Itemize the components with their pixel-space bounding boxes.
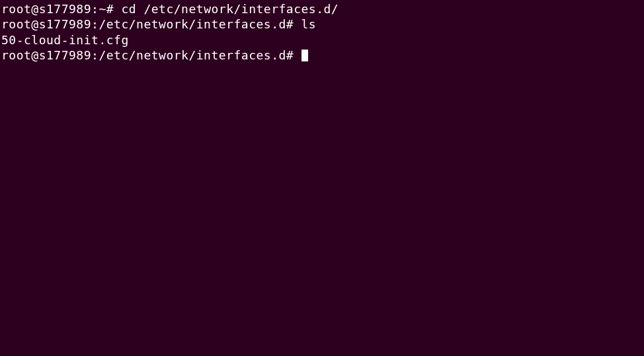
terminal-window[interactable]: root@s177989:~# cd /etc/network/interfac… xyxy=(0,0,644,65)
terminal-line: root@s177989:/etc/network/interfaces.d# xyxy=(1,48,643,63)
terminal-output-line: 50-cloud-init.cfg xyxy=(1,32,643,48)
prompt-symbol: # xyxy=(286,17,294,31)
prompt-separator: : xyxy=(91,48,99,62)
terminal-line: root@s177989:~# cd /etc/network/interfac… xyxy=(1,1,643,17)
terminal-line: root@s177989:/etc/network/interfaces.d# … xyxy=(1,17,643,32)
prompt-separator: : xyxy=(91,2,99,16)
prompt-path: /etc/network/interfaces.d xyxy=(99,17,286,31)
prompt-path: ~ xyxy=(99,2,106,16)
prompt-separator: : xyxy=(91,17,99,31)
cursor-icon xyxy=(302,50,308,61)
prompt-symbol: # xyxy=(286,48,294,62)
prompt-symbol: # xyxy=(106,2,114,16)
prompt-user-host: root@s177989 xyxy=(1,17,91,31)
prompt-path: /etc/network/interfaces.d xyxy=(99,48,286,62)
prompt-user-host: root@s177989 xyxy=(1,48,91,62)
prompt-user-host: root@s177989 xyxy=(1,2,91,16)
command-text: cd /etc/network/interfaces.d/ xyxy=(121,2,339,16)
command-text: ls xyxy=(302,17,317,31)
output-file-name: 50-cloud-init.cfg xyxy=(1,33,129,47)
